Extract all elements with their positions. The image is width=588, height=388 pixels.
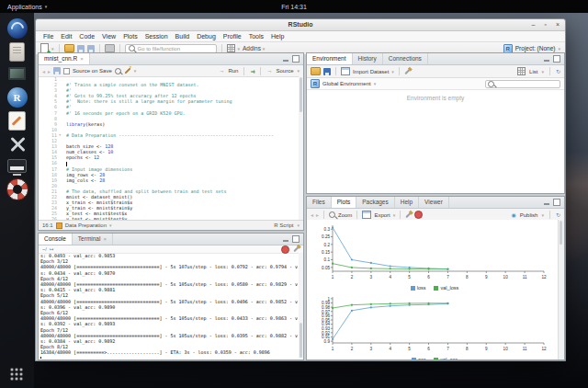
next-plot-icon[interactable]: ▸ xyxy=(316,211,319,218)
export-button[interactable]: Export xyxy=(374,212,390,218)
pane-minimize-icon[interactable] xyxy=(283,236,288,242)
menu-profile[interactable]: Profile xyxy=(220,33,245,40)
rproj-icon[interactable] xyxy=(7,87,28,108)
tab-plots[interactable]: Plots xyxy=(332,197,356,208)
menu-edit[interactable]: Edit xyxy=(57,33,75,40)
open-file-icon[interactable] xyxy=(64,44,74,52)
menu-view[interactable]: View xyxy=(98,33,119,40)
menu-debug[interactable]: Debug xyxy=(193,33,220,40)
menu-help[interactable]: Help xyxy=(267,33,288,40)
tab-packages[interactable]: Packages xyxy=(356,197,395,208)
goto-file-input[interactable]: Go to file/function xyxy=(125,44,217,53)
menu-build[interactable]: Build xyxy=(172,33,194,40)
clear-objects-icon[interactable] xyxy=(404,68,410,74)
applications-menu[interactable]: Applications▾ xyxy=(0,4,54,10)
save-workspace-icon[interactable] xyxy=(323,68,331,75)
source-on-save-checkbox[interactable] xyxy=(63,68,70,74)
close-icon[interactable]: × xyxy=(103,234,107,245)
close-icon[interactable]: × xyxy=(80,53,84,64)
save-all-icon[interactable] xyxy=(87,45,95,52)
goto-directory-icon[interactable]: ↦ xyxy=(50,246,54,252)
browser-icon[interactable] xyxy=(7,18,28,39)
save-icon[interactable] xyxy=(77,45,85,52)
pane-minimize-icon[interactable] xyxy=(283,56,288,62)
workspace-grid-icon[interactable] xyxy=(227,44,235,52)
source-tabstrip: mnist_cnn.R× xyxy=(39,53,303,65)
list-view-button[interactable]: List xyxy=(529,69,537,74)
chevron-down-icon[interactable]: ▾ xyxy=(297,223,300,228)
save-icon[interactable] xyxy=(53,67,61,74)
tab-terminal[interactable]: Terminal× xyxy=(73,234,113,245)
tools-icon[interactable] xyxy=(7,134,28,154)
pane-maximize-icon[interactable] xyxy=(553,199,560,206)
menu-plots[interactable]: Plots xyxy=(119,33,141,40)
working-directory[interactable]: ~/ xyxy=(42,246,47,252)
project-selector[interactable]: R Project: (None) ▾ xyxy=(503,44,560,53)
maximize-button[interactable]: ▫ xyxy=(544,20,546,29)
tab-viewer[interactable]: Viewer xyxy=(419,197,449,208)
chevron-down-icon[interactable]: ▾ xyxy=(393,212,396,218)
menu-tools[interactable]: Tools xyxy=(245,33,267,40)
import-dataset-button[interactable]: Import Dataset xyxy=(353,69,389,74)
menu-file[interactable]: File xyxy=(40,33,57,40)
chevron-down-icon[interactable]: ▾ xyxy=(51,46,54,51)
load-workspace-icon[interactable] xyxy=(311,67,321,75)
zoom-button[interactable]: Zoom xyxy=(338,212,352,218)
code-editor[interactable]: 12#' Trains a simple convnet on the MNIS… xyxy=(39,76,299,221)
close-button[interactable]: × xyxy=(556,20,560,29)
editor-icon[interactable] xyxy=(8,111,26,131)
find-icon[interactable] xyxy=(115,68,121,74)
chevron-down-icon[interactable]: ▾ xyxy=(391,69,394,74)
monitor-icon[interactable] xyxy=(7,159,27,173)
publish-button[interactable]: Publish xyxy=(520,212,538,218)
tab-help[interactable]: Help xyxy=(395,197,419,208)
pane-maximize-icon[interactable] xyxy=(292,55,300,63)
menu-code[interactable]: Code xyxy=(75,33,98,40)
tab-environment[interactable]: Environment xyxy=(307,53,353,64)
section-label[interactable]: Data Preparation xyxy=(65,223,107,228)
addins-button[interactable]: Addins ▾ xyxy=(243,45,265,51)
console-scrollbar[interactable] xyxy=(299,253,303,359)
console-tabstrip: ConsoleTerminal× xyxy=(39,234,303,245)
source-button[interactable]: Source xyxy=(276,68,293,74)
refresh-icon[interactable]: ↻ xyxy=(556,68,560,74)
chevron-down-icon[interactable]: ▾ xyxy=(297,68,300,74)
forward-icon[interactable]: ▸ xyxy=(48,68,51,74)
chevron-down-icon[interactable]: ▾ xyxy=(374,81,377,86)
tab-mnist-cnn[interactable]: mnist_cnn.R× xyxy=(39,53,90,64)
window-titlebar[interactable]: RStudio – ▫ × xyxy=(36,19,565,31)
rerun-icon[interactable]: ⇉ xyxy=(250,68,254,74)
screenshot-icon[interactable] xyxy=(7,66,27,81)
clear-all-plots-icon[interactable] xyxy=(414,211,423,219)
chevron-down-icon[interactable]: ▾ xyxy=(541,212,544,218)
chevron-down-icon[interactable]: ▾ xyxy=(109,223,112,228)
print-icon[interactable] xyxy=(105,44,115,52)
file-type-label[interactable]: R Script xyxy=(274,223,293,228)
archive-icon[interactable] xyxy=(9,42,25,62)
minimize-button[interactable]: – xyxy=(532,20,536,29)
pane-maximize-icon[interactable] xyxy=(553,55,560,63)
tab-connections[interactable]: Connections xyxy=(383,53,428,64)
run-button[interactable]: Run xyxy=(228,68,238,74)
editor-scrollbar[interactable] xyxy=(299,76,303,221)
pane-maximize-icon[interactable] xyxy=(292,235,300,243)
menu-session[interactable]: Session xyxy=(141,33,172,40)
lifering-icon[interactable] xyxy=(6,178,28,200)
tab-files[interactable]: Files xyxy=(307,197,332,208)
remove-plot-icon[interactable] xyxy=(406,211,412,217)
refresh-icon[interactable]: ↻ xyxy=(556,211,560,218)
chevron-down-icon[interactable]: ▾ xyxy=(541,69,544,74)
plots-scrollbar[interactable] xyxy=(558,220,564,359)
back-icon[interactable]: ◂ xyxy=(42,68,45,74)
environment-search-input[interactable] xyxy=(485,80,560,88)
console-output[interactable]: s: 0.0493 - val_acc: 0.9853Epoch 3/12480… xyxy=(40,253,298,359)
code-tools-icon[interactable] xyxy=(124,67,130,74)
clear-console-icon[interactable] xyxy=(293,246,299,252)
scope-selector[interactable]: Global Environment xyxy=(322,81,371,86)
pane-minimize-icon[interactable] xyxy=(544,200,549,205)
previous-plot-icon[interactable]: ◂ xyxy=(311,211,313,218)
tab-console[interactable]: Console xyxy=(39,234,73,245)
tab-history[interactable]: History xyxy=(353,53,383,64)
pane-minimize-icon[interactable] xyxy=(544,56,549,62)
show-applications-icon[interactable] xyxy=(10,368,24,382)
